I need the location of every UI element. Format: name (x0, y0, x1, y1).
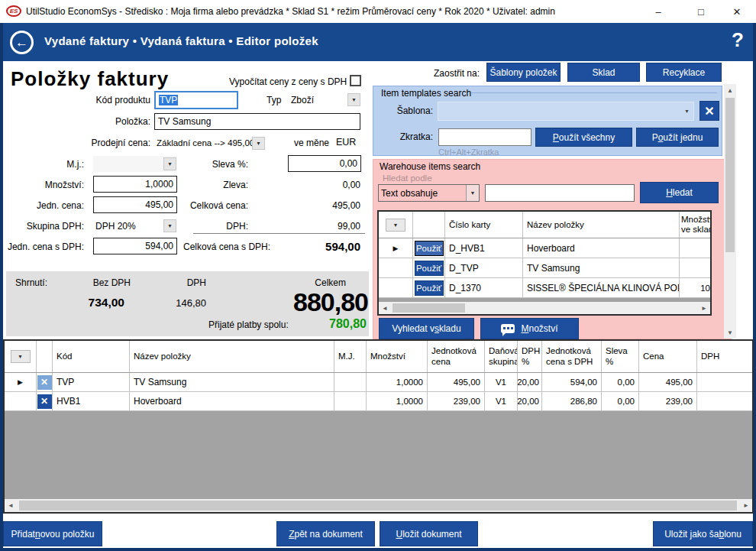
card-cell: D_TVP (445, 258, 523, 277)
warehouse-row[interactable]: Použiť D_TVP TV Samsung (379, 258, 710, 278)
typ-dropdown-icon[interactable]: ▼ (347, 93, 360, 106)
save-document-button[interactable]: Uložit dokument (380, 521, 478, 546)
warehouse-search-input[interactable] (485, 184, 635, 202)
jedn-cena-input[interactable]: 495,00 (93, 196, 177, 213)
back-button[interactable]: ← (10, 31, 34, 54)
titlebar: ES UtilStudio EconomSys - Středisko : Mo… (0, 0, 756, 23)
help-button[interactable]: ? (732, 28, 744, 52)
skupina-dph-dropdown-icon[interactable]: ▼ (163, 219, 176, 232)
typ-combobox[interactable]: Zboží ▼ (289, 92, 360, 108)
back-to-document-button[interactable]: Zpět na dokument (276, 521, 375, 546)
warehouse-panel: Warehouse items search Hledat podle Text… (373, 159, 732, 339)
maximize-button[interactable]: □ (684, 0, 718, 23)
summary-box: Shrnutí: Bez DPH DPH Celkem 734,00 146,8… (6, 271, 369, 336)
minimize-button[interactable]: – (641, 0, 675, 23)
celkem-header: Celkem (283, 277, 346, 288)
use-all-button[interactable]: Použít všechny (535, 128, 632, 147)
scroll-right-icon[interactable]: ► (740, 500, 752, 512)
clear-x-icon: ✕ (704, 104, 714, 118)
prodejni-cena-dropdown-icon[interactable]: ▼ (252, 137, 265, 150)
bez-dph-header: Bez DPH (71, 277, 131, 288)
warehouse-filter-dropdown-icon[interactable]: ▼ (386, 219, 405, 232)
zaostrit-label: Zaostřit na: (412, 68, 480, 79)
sleva-input[interactable]: 0,00 (288, 155, 361, 172)
zleva-value: 0,00 (290, 180, 360, 190)
summary-label: Shrnutí: (15, 277, 47, 288)
focus-recycle-button[interactable]: Recyklace (646, 63, 722, 82)
typ-value: Zboží (289, 95, 347, 105)
sablona-combobox[interactable]: ▼ (438, 102, 694, 121)
filter-dropdown-icon[interactable]: ▼ (466, 185, 479, 201)
dph-cell (697, 392, 752, 410)
add-item-button[interactable]: Přidat novou položku (3, 521, 102, 546)
sleva-cell: 0,00 (602, 373, 639, 391)
items-header-jednotkova-dph: Jednotková cena s DPH (542, 341, 602, 372)
back-arrow-icon: ← (15, 35, 28, 50)
focus-warehouse-button[interactable]: Sklad (567, 63, 640, 82)
cena-cell: 239,00 (639, 392, 697, 410)
celkova-cena-s-dph-value: 594,00 (283, 240, 360, 253)
scroll-up-icon[interactable]: ▲ (724, 84, 736, 96)
delete-row-button[interactable]: ✕ (37, 375, 52, 390)
items-filter-dropdown-icon[interactable]: ▼ (11, 350, 31, 363)
jedn-cena-s-dph-input[interactable]: 594,00 (93, 238, 177, 254)
items-scrollbar-thumb[interactable] (19, 501, 737, 510)
polozka-input[interactable]: TV Samsung (154, 113, 360, 130)
mj-combobox[interactable]: ▼ (93, 156, 176, 172)
zkratka-input[interactable] (438, 128, 531, 146)
use-one-button[interactable]: Použít jednu (636, 128, 719, 147)
jednotkova-cell: 239,00 (428, 392, 485, 410)
zleva-label: Zleva: (183, 180, 248, 190)
use-row-button[interactable]: Použiť (415, 280, 444, 296)
warehouse-row[interactable]: ▶ Použiť D_HVB1 Hoverboard (379, 238, 710, 258)
find-in-warehouse-button[interactable]: Vyhledat v skladu (379, 318, 474, 339)
sablona-clear-button[interactable]: ✕ (699, 101, 719, 121)
sablona-label: Šablona: (389, 105, 433, 116)
scroll-down-icon[interactable]: ▼ (724, 326, 736, 339)
vat-checkbox[interactable] (350, 75, 361, 86)
right-v-scrollbar[interactable]: ▲ ▼ (724, 84, 736, 339)
filter-combobox[interactable]: Text obsahuje ▼ (378, 184, 480, 202)
use-row-button[interactable]: Použiť (415, 241, 444, 256)
prodejni-cena-combobox[interactable]: Základní cena --> 495,00 ▼ (154, 135, 265, 151)
item-templates-title: Item templates search (381, 88, 471, 99)
hledat-button[interactable]: Hledat (640, 182, 719, 203)
skupina-dph-combobox[interactable]: DPH 20% ▼ (93, 218, 176, 234)
mj-dropdown-icon[interactable]: ▼ (163, 157, 176, 170)
name-cell: TV Samsung (523, 258, 680, 277)
mena-value: EUR (336, 137, 356, 147)
warehouse-h-scrollbar[interactable]: ◄ ► (379, 302, 710, 314)
platby-label: Přijaté platby spolu: (208, 319, 289, 330)
row-indicator-cell (379, 278, 413, 297)
sleva-cell: 0,00 (602, 392, 639, 410)
mnozstvi-input[interactable]: 1,0000 (93, 176, 177, 193)
warehouse-row[interactable]: Použiť D_1370 SISSEL® ŠPECIÁLNA KLINOVÁ … (379, 278, 710, 298)
close-button[interactable]: ✕ (720, 0, 754, 23)
items-row[interactable]: ✕ HVB1 Hoverboard 1,0000 239,00 V1 20,00… (5, 392, 752, 411)
zkratka-label: Zkratka: (389, 131, 433, 142)
kod-cell: HVB1 (53, 392, 130, 410)
kod-produktu-input[interactable]: TVP (154, 91, 238, 109)
app-logo-icon: ES (6, 5, 21, 17)
sablona-dropdown-icon[interactable]: ▼ (680, 105, 693, 118)
scroll-right-icon[interactable]: ► (698, 302, 710, 314)
right-scrollbar-thumb[interactable] (725, 98, 735, 252)
celkem-total: 880,80 (235, 287, 368, 317)
warehouse-scrollbar-thumb[interactable] (393, 303, 465, 313)
focus-templates-button[interactable]: Šablony položek (486, 63, 561, 82)
window-bottom-border (0, 548, 756, 551)
sleva-label: Sleva %: (183, 159, 248, 170)
cena-cell: 495,00 (639, 373, 697, 391)
jedn-cena-s-dph-value: 594,00 (145, 241, 173, 251)
mnozstvi-cell: 1,0000 (367, 392, 428, 410)
items-row[interactable]: ▶ ✕ TVP TV Samsung 1,0000 495,00 V1 20,0… (5, 373, 752, 392)
delete-row-button[interactable]: ✕ (37, 394, 52, 409)
save-as-template-button[interactable]: Uložit jako šablonu (653, 521, 753, 546)
use-row-button[interactable]: Použiť (415, 261, 444, 276)
items-h-scrollbar[interactable]: ◄ ► (5, 499, 752, 512)
scroll-left-icon[interactable]: ◄ (5, 500, 17, 512)
scroll-left-icon[interactable]: ◄ (379, 302, 391, 314)
celkova-cena-label: Celková cena: (183, 200, 248, 211)
danova-cell: V1 (485, 373, 518, 391)
quantity-button[interactable]: Množství (480, 318, 579, 339)
